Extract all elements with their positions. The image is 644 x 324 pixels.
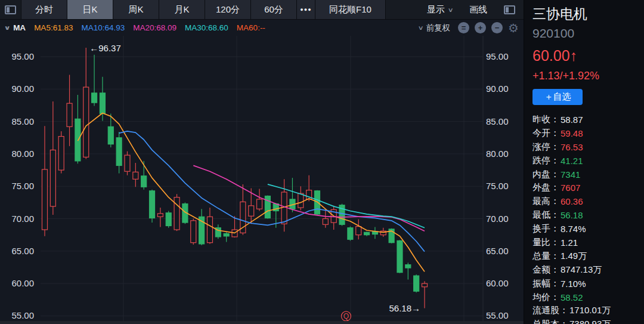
y-axis-label-left: 75.00	[11, 181, 34, 191]
low-annotation: 56.18→	[389, 303, 420, 313]
zoom-out-button[interactable]: −	[491, 22, 503, 33]
chevron-down-icon: ∨	[418, 24, 424, 31]
stat-label: 振幅：	[532, 278, 559, 289]
zoom-in-button[interactable]: +	[475, 22, 486, 33]
stock-app-window: 分时日K周K月K120分60分●●● 同花顺F10 显示 ∨ 画线 ∨ MA M…	[0, 0, 644, 324]
stat-value: 58.52	[561, 292, 583, 303]
adjust-label: 前复权	[426, 23, 451, 33]
y-axis-label-left: 80.00	[11, 149, 34, 159]
stat-value: 56.18	[561, 210, 583, 220]
ma-legend: ∨ MA MA5:61.83MA10:64.93MA20:68.09MA30:6…	[5, 23, 265, 32]
display-label: 显示	[427, 4, 445, 16]
candle-body	[150, 191, 155, 218]
draw-line-button[interactable]: 画线	[469, 4, 487, 16]
y-axis-label-left: 85.00	[11, 116, 34, 126]
stat-row: 最高：60.36	[532, 195, 644, 208]
candle-body	[323, 219, 328, 225]
stat-row: 今开：59.48	[532, 126, 644, 140]
candle-body	[116, 138, 122, 166]
stat-row: 总量：1.49万	[532, 249, 644, 263]
candle-body	[141, 176, 147, 187]
stat-row: 跌停：41.21	[532, 154, 644, 168]
tab-more[interactable]: ●●●	[297, 0, 315, 19]
ma5-value: MA5:61.83	[34, 23, 73, 32]
bottom-scrollbar[interactable]	[0, 321, 524, 324]
period-tabs: 分时日K周K月K120分60分●●●	[21, 0, 315, 19]
panel-toggle-icon	[5, 5, 16, 14]
candle-body	[207, 217, 212, 242]
stat-label: 换手：	[532, 223, 559, 234]
candle-body	[42, 169, 48, 230]
adjust-mode-dropdown[interactable]: ∨ 前复权	[419, 23, 450, 33]
candle-body	[166, 213, 171, 226]
tab-minute[interactable]: 分时	[21, 0, 67, 19]
panel-toggle-left-button[interactable]	[0, 0, 21, 19]
y-axis-label-left: 90.00	[11, 84, 34, 94]
ma60-value: MA60:--	[237, 23, 265, 32]
stat-value: 7341	[561, 169, 580, 180]
tab-weekly-k[interactable]: 周K	[113, 0, 159, 19]
y-axis-label-right: 80.00	[486, 149, 509, 159]
tab-60min[interactable]: 60分	[251, 0, 297, 19]
stock-code: 920100	[532, 26, 644, 41]
stat-row: 振幅：7.10%	[532, 277, 644, 291]
y-axis-label-right: 65.00	[486, 246, 509, 256]
candle-body	[422, 283, 428, 287]
stat-value: 1.21	[561, 237, 578, 248]
stat-row: 量比：1.21	[532, 236, 644, 249]
stock-name: 三协电机	[532, 5, 644, 23]
chart-controls: ∨ 前复权 =+−⚙	[419, 22, 519, 34]
candle-body	[125, 155, 130, 171]
tab-ths-f10[interactable]: 同花顺F10	[315, 0, 386, 19]
stat-row: 最低：56.18	[532, 208, 644, 222]
candle-body	[414, 276, 419, 291]
chevron-down-icon: ∨	[4, 24, 10, 31]
ma-dropdown[interactable]: ∨ MA	[5, 23, 26, 32]
stat-label: 昨收：	[532, 114, 559, 125]
candle-body	[100, 93, 105, 114]
ma10-value: MA10:64.93	[81, 23, 125, 32]
candle-body	[50, 150, 55, 206]
panel-toggle-right-button[interactable]	[504, 5, 515, 14]
y-axis-label-right: 90.00	[486, 84, 509, 94]
toolbar-right-group: 显示 ∨ 画线	[427, 0, 524, 19]
tab-120min[interactable]: 120分	[205, 0, 251, 19]
y-axis-label-left: 55.00	[11, 310, 34, 320]
stat-row: 外盘：7607	[532, 181, 644, 195]
stat-value: 76.53	[561, 142, 583, 152]
candle-body	[133, 172, 138, 179]
stat-label: 最低：	[532, 209, 559, 221]
add-watchlist-button[interactable]: ＋自选	[532, 89, 583, 105]
ma30-value: MA30:68.60	[185, 23, 228, 32]
y-axis-label-right: 85.00	[486, 116, 509, 126]
y-axis-label-left: 95.00	[11, 51, 34, 61]
candle-body	[83, 87, 89, 157]
stat-value: 8747.13万	[561, 264, 602, 276]
tab-daily-k[interactable]: 日K	[67, 0, 113, 19]
high-annotation: ←96.37	[89, 43, 121, 53]
ma-legend-bar: ∨ MA MA5:61.83MA10:64.93MA20:68.09MA30:6…	[0, 20, 524, 36]
stat-label: 跌停：	[532, 155, 559, 166]
settings-gear-icon[interactable]: ⚙	[508, 22, 519, 34]
y-axis-label-right: 55.00	[486, 310, 509, 320]
stat-value: 60.36	[561, 196, 583, 206]
reset-zoom-button[interactable]: =	[458, 22, 469, 33]
chevron-down-icon: ∨	[447, 7, 453, 13]
y-axis-label-left: 65.00	[11, 246, 34, 256]
ma20-value: MA20:68.09	[133, 23, 177, 32]
stat-value: 7607	[561, 183, 580, 193]
display-button[interactable]: 显示 ∨	[427, 4, 453, 16]
current-price: 60.00↑	[532, 47, 644, 64]
candle-body	[249, 206, 254, 216]
stat-value: 8.74%	[561, 224, 586, 234]
y-axis-label-right: 70.00	[486, 214, 509, 224]
candle-body	[58, 137, 64, 170]
candle-body	[364, 232, 370, 234]
y-axis-label-right: 75.00	[486, 181, 509, 191]
tab-monthly-k[interactable]: 月K	[159, 0, 205, 19]
quote-stats: 昨收：58.87今开：59.48涨停：76.53跌停：41.21内盘：7341外…	[532, 113, 644, 324]
y-axis-label-left: 70.00	[11, 214, 34, 224]
stat-label: 总股本：	[532, 319, 568, 324]
y-axis-label-right: 60.00	[486, 278, 509, 288]
candlestick-chart[interactable]: 95.0095.0090.0090.0085.0085.0080.0080.00…	[0, 36, 524, 324]
